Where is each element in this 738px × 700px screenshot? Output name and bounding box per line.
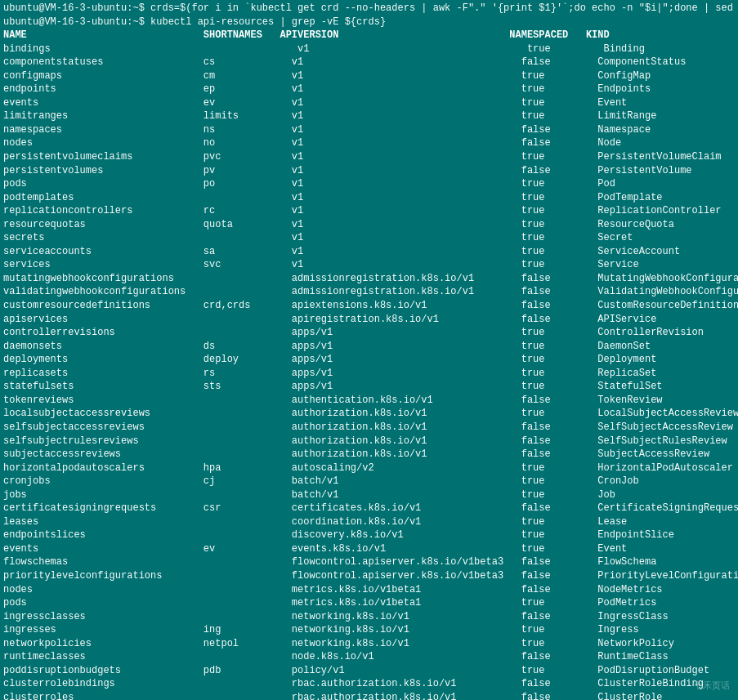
table-row: persistentvolumes pv v1 false Persistent… — [3, 164, 735, 178]
table-row: subjectaccessreviews authorization.k8s.i… — [3, 448, 735, 461]
table-row: networkpolicies netpol networking.k8s.io… — [3, 637, 735, 651]
table-row: selfsubjectaccessreviews authorization.k… — [3, 421, 735, 435]
table-row: services svc v1 true Service — [3, 258, 735, 272]
table-row: limitranges limits v1 true LimitRange — [3, 109, 735, 123]
table-row: events ev v1 true Event — [3, 96, 735, 110]
table-row: endpointslices discovery.k8s.io/v1 true … — [3, 528, 735, 542]
table-row: cronjobs cj batch/v1 true CronJob — [3, 475, 735, 488]
table-row: jobs batch/v1 true Job — [3, 488, 735, 502]
command-line-1: ubuntu@VM-16-3-ubuntu:~$ crds=$(for i in… — [3, 2, 735, 16]
table-row: runtimeclasses node.k8s.io/v1 false Runt… — [3, 650, 735, 664]
table-row: clusterroles rbac.authorization.k8s.io/v… — [3, 691, 735, 700]
cmd-2: kubectl api-resources | grep -vE ${crds} — [145, 16, 386, 28]
command-line-2: ubuntu@VM-16-3-ubuntu:~$ kubectl api-res… — [3, 16, 735, 29]
table-row: validatingwebhookconfigurations admissio… — [3, 285, 735, 299]
table-body: bindings v1 true Bindingcomponentstatuse… — [3, 42, 735, 700]
table-row: statefulsets sts apps/v1 true StatefulSe… — [3, 380, 735, 394]
prompt-1: ubuntu@VM-16-3-ubuntu:~$ — [3, 2, 145, 14]
table-row: bindings v1 true Binding — [3, 42, 735, 56]
table-row: endpoints ep v1 true Endpoints — [3, 82, 735, 96]
table-row: clusterrolebindings rbac.authorization.k… — [3, 677, 735, 691]
table-row: localsubjectaccessreviews authorization.… — [3, 407, 735, 421]
table-row: daemonsets ds apps/v1 true DaemonSet — [3, 340, 735, 354]
table-row: configmaps cm v1 true ConfigMap — [3, 69, 735, 83]
table-header: NAME SHORTNAMES APIVERSION NAMESPACED KI… — [3, 29, 735, 42]
table-row: ingressclasses networking.k8s.io/v1 fals… — [3, 610, 735, 624]
table-row: horizontalpodautoscalers hpa autoscaling… — [3, 461, 735, 475]
table-row: poddisruptionbudgets pdb policy/v1 true … — [3, 664, 735, 678]
table-row: replicasets rs apps/v1 true ReplicaSet — [3, 367, 735, 381]
table-row: pods po v1 true Pod — [3, 177, 735, 191]
table-row: resourcequotas quota v1 true ResourceQuo… — [3, 218, 735, 232]
table-row: selfsubjectrulesreviews authorization.k8… — [3, 435, 735, 448]
table-row: customresourcedefinitions crd,crds apiex… — [3, 299, 735, 313]
table-row: deployments deploy apps/v1 true Deployme… — [3, 353, 735, 367]
cmd-1: crds=$(for i in `kubectl get crd --no-he… — [145, 2, 738, 14]
table-row: tokenreviews authentication.k8s.io/v1 fa… — [3, 394, 735, 408]
table-row: namespaces ns v1 false Namespace — [3, 123, 735, 137]
table-row: events ev events.k8s.io/v1 true Event — [3, 542, 735, 556]
table-row: ingresses ing networking.k8s.io/v1 true … — [3, 623, 735, 637]
table-row: podtemplates v1 true PodTemplate — [3, 191, 735, 205]
table-row: secrets v1 true Secret — [3, 231, 735, 245]
table-row: apiservices apiregistration.k8s.io/v1 fa… — [3, 313, 735, 327]
table-row: serviceaccounts sa v1 true ServiceAccoun… — [3, 245, 735, 259]
table-row: certificatesigningrequests csr certifica… — [3, 502, 735, 515]
table-row: mutatingwebhookconfigurations admissionr… — [3, 272, 735, 286]
table-row: componentstatuses cs v1 false ComponentS… — [3, 56, 735, 69]
table-row: nodes no v1 false Node — [3, 136, 735, 150]
table-row: prioritylevelconfigurations flowcontrol.… — [3, 569, 735, 583]
table-row: leases coordination.k8s.io/v1 true Lease — [3, 515, 735, 529]
watermark: 七禾页话 — [694, 680, 730, 692]
table-row: persistentvolumeclaims pvc v1 true Persi… — [3, 150, 735, 164]
terminal: ubuntu@VM-16-3-ubuntu:~$ crds=$(for i in… — [0, 0, 738, 700]
table-row: pods metrics.k8s.io/v1beta1 true PodMetr… — [3, 596, 735, 610]
table-row: controllerrevisions apps/v1 true Control… — [3, 326, 735, 340]
prompt-2: ubuntu@VM-16-3-ubuntu:~$ — [3, 16, 145, 28]
table-row: nodes metrics.k8s.io/v1beta1 false NodeM… — [3, 583, 735, 597]
table-row: replicationcontrollers rc v1 true Replic… — [3, 204, 735, 218]
table-row: flowschemas flowcontrol.apiserver.k8s.io… — [3, 555, 735, 569]
